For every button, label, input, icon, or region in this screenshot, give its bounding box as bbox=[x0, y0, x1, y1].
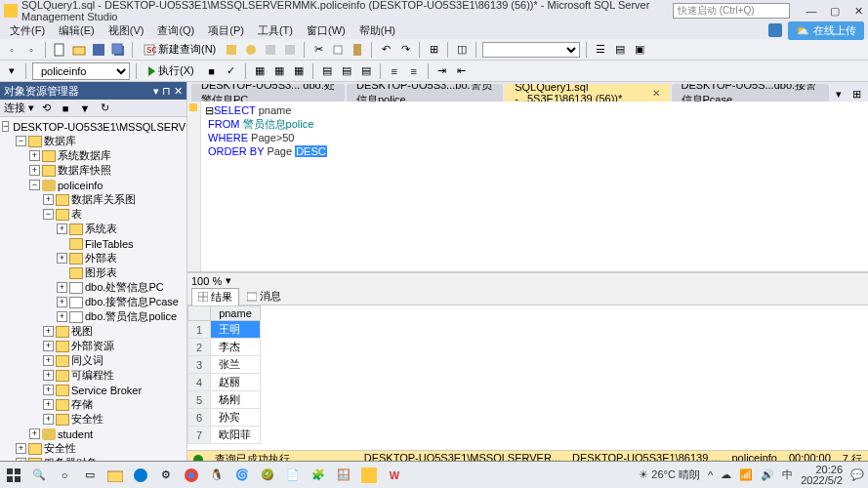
ssms-icon[interactable] bbox=[359, 466, 379, 485]
new-query-button[interactable]: sql新建查询(N) bbox=[139, 42, 220, 57]
help-icon[interactable] bbox=[768, 23, 782, 37]
cell-4[interactable]: 赵丽 bbox=[211, 374, 261, 391]
app-3[interactable]: 🌀 bbox=[232, 466, 252, 485]
tb-icon-3[interactable] bbox=[263, 42, 278, 58]
new-file-button[interactable] bbox=[52, 42, 67, 58]
uncomment-button[interactable]: ≡ bbox=[406, 63, 422, 79]
tb-icon-4[interactable] bbox=[282, 42, 298, 58]
undo-button[interactable]: ↶ bbox=[378, 42, 393, 58]
start-button[interactable] bbox=[4, 466, 23, 485]
tb2-a[interactable]: ▦ bbox=[252, 63, 268, 79]
online-upload-button[interactable]: ⛅在线上传 bbox=[788, 21, 864, 40]
tb2-f[interactable]: ▤ bbox=[358, 63, 374, 79]
cell-5[interactable]: 杨刚 bbox=[211, 391, 261, 409]
results-tab[interactable]: 结果 bbox=[191, 288, 239, 305]
explorer-tree[interactable]: −DESKTOP-UO5S3E1\MSSQLSERVERMMK (SQL Ser… bbox=[0, 117, 186, 468]
tb-misc-2[interactable]: ◫ bbox=[454, 42, 470, 58]
paste-button[interactable] bbox=[350, 42, 365, 58]
save-button[interactable] bbox=[91, 42, 106, 58]
app-5[interactable]: 📄 bbox=[283, 466, 303, 485]
messages-tab[interactable]: 消息 bbox=[241, 288, 287, 305]
tb2-d[interactable]: ▤ bbox=[319, 63, 335, 79]
copy-button[interactable] bbox=[330, 42, 346, 58]
tb-misc-3[interactable]: ☰ bbox=[593, 42, 608, 58]
app-2[interactable]: 🐧 bbox=[207, 466, 227, 485]
exp-tb-4[interactable]: ↻ bbox=[97, 101, 112, 116]
explorer-pin-icon[interactable]: ▾ ⊓ ✕ bbox=[153, 85, 183, 98]
explorer-icon[interactable] bbox=[105, 466, 125, 485]
database-combo[interactable]: policeinfo bbox=[32, 62, 130, 80]
tb-misc-5[interactable]: ▣ bbox=[632, 42, 647, 58]
notifications-icon[interactable]: 💬 bbox=[850, 468, 864, 481]
menu-project[interactable]: 项目(P) bbox=[202, 22, 250, 39]
debug-button[interactable]: ■ bbox=[204, 63, 220, 79]
onedrive-icon[interactable]: ☁ bbox=[721, 468, 731, 481]
tb-icon-1[interactable] bbox=[224, 42, 239, 58]
sql-editor[interactable]: ⊟SELECT pname FROM 警员信息police WHERE Page… bbox=[187, 102, 868, 272]
ime-icon[interactable]: 中 bbox=[782, 468, 793, 482]
app-6[interactable]: 🧩 bbox=[309, 466, 328, 485]
exp-tb-3[interactable]: ▼ bbox=[77, 101, 93, 116]
wifi-icon[interactable]: 📶 bbox=[739, 468, 753, 481]
tray-up-icon[interactable]: ^ bbox=[708, 469, 713, 481]
quick-launch-input[interactable]: 快速启动 (Ctrl+Q) bbox=[673, 3, 790, 19]
zoom-level[interactable]: 100 % bbox=[191, 275, 222, 287]
tb2-b[interactable]: ▦ bbox=[271, 63, 287, 79]
back-button[interactable]: ◦ bbox=[4, 42, 20, 58]
tb-misc-1[interactable]: ⊞ bbox=[426, 42, 441, 58]
tb-icon-2[interactable] bbox=[243, 42, 259, 58]
tab-0[interactable]: DESKTOP-UO5S3... dbo.处警信息PC bbox=[191, 84, 345, 102]
tab-3[interactable]: DESKTOP-UO5S...dbo.接警信息Pcase bbox=[672, 84, 830, 102]
tab-2[interactable]: SQLQuery1.sql -...5S3E1\86139 (56))*✕ bbox=[505, 84, 669, 102]
open-button[interactable] bbox=[71, 42, 87, 58]
indent-button[interactable]: ⇥ bbox=[434, 63, 450, 79]
comment-button[interactable]: ≡ bbox=[387, 63, 402, 79]
menu-query[interactable]: 查询(Q) bbox=[151, 22, 200, 39]
forward-button[interactable]: ◦ bbox=[23, 42, 39, 58]
cortana-icon[interactable]: ○ bbox=[55, 466, 74, 485]
clock[interactable]: 20:262022/5/2 bbox=[801, 465, 843, 486]
save-all-button[interactable] bbox=[110, 42, 126, 58]
wps-icon[interactable]: W bbox=[385, 466, 404, 485]
menu-window[interactable]: 窗口(W) bbox=[301, 22, 351, 39]
tb-misc-4[interactable]: ▤ bbox=[612, 42, 628, 58]
exp-tb-1[interactable]: ⟲ bbox=[38, 101, 54, 116]
config-combo[interactable] bbox=[482, 42, 580, 58]
tb2-c[interactable]: ▦ bbox=[291, 63, 307, 79]
cell-6[interactable]: 孙宾 bbox=[211, 409, 261, 427]
search-icon[interactable]: 🔍 bbox=[29, 466, 49, 485]
connect-button[interactable]: 连接 ▾ bbox=[4, 101, 34, 115]
cell-1[interactable]: 王明 bbox=[211, 321, 261, 339]
edge-icon[interactable] bbox=[131, 466, 150, 485]
app-7[interactable]: 🪟 bbox=[334, 466, 353, 485]
sound-icon[interactable]: 🔊 bbox=[761, 468, 774, 481]
minimize-button[interactable]: — bbox=[806, 5, 817, 17]
outdent-button[interactable]: ⇤ bbox=[454, 63, 470, 79]
results-grid[interactable]: pname 1王明 2李杰 3张兰 4赵丽 5杨刚 6孙宾 7欧阳菲 bbox=[187, 305, 868, 450]
menu-file[interactable]: 文件(F) bbox=[4, 22, 51, 39]
menu-help[interactable]: 帮助(H) bbox=[353, 22, 401, 39]
tb2-e[interactable]: ▤ bbox=[339, 63, 354, 79]
code-content[interactable]: ⊟SELECT pname FROM 警员信息police WHERE Page… bbox=[201, 102, 331, 271]
system-tray[interactable]: ☀ 26°C 晴朗 ^ ☁ 📶 🔊 中 20:262022/5/2 💬 bbox=[639, 465, 864, 486]
chrome-icon[interactable] bbox=[182, 466, 201, 485]
close-icon[interactable]: ✕ bbox=[652, 88, 660, 99]
tabs-dropdown[interactable]: ▾ bbox=[831, 86, 847, 102]
redo-button[interactable]: ↷ bbox=[397, 42, 413, 58]
menu-edit[interactable]: 编辑(E) bbox=[53, 22, 101, 39]
maximize-button[interactable]: ▢ bbox=[829, 5, 841, 17]
tabs-expand[interactable]: ⊞ bbox=[848, 86, 864, 102]
close-button[interactable]: ✕ bbox=[852, 5, 864, 17]
menu-view[interactable]: 视图(V) bbox=[103, 22, 150, 39]
execute-button[interactable]: 执行(X) bbox=[143, 62, 200, 79]
cell-3[interactable]: 张兰 bbox=[211, 356, 261, 374]
tab-1[interactable]: DESKTOP-UO5S3...bo.警员信息police bbox=[347, 84, 503, 102]
weather-widget[interactable]: ☀ 26°C 晴朗 bbox=[639, 468, 700, 482]
menu-tools[interactable]: 工具(T) bbox=[252, 22, 299, 39]
parse-button[interactable]: ✓ bbox=[224, 63, 239, 79]
exp-tb-2[interactable]: ■ bbox=[58, 101, 73, 116]
app-4[interactable]: 🥝 bbox=[258, 466, 277, 485]
cell-2[interactable]: 李杰 bbox=[211, 339, 261, 356]
app-1[interactable]: ⚙ bbox=[156, 466, 176, 485]
tb2-icon-1[interactable]: ▾ bbox=[4, 63, 20, 79]
